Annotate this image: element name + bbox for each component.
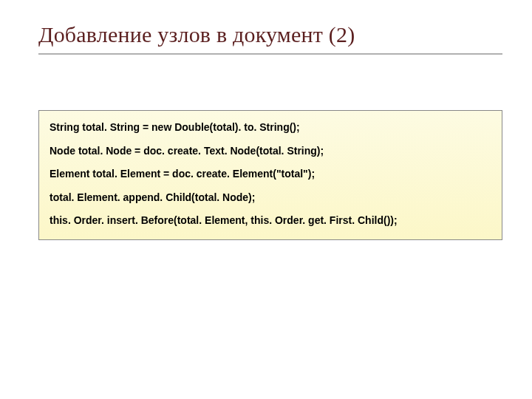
code-line: total. Element. append. Child(total. Nod… <box>50 191 491 205</box>
slide: Добавление узлов в документ (2) String t… <box>0 0 532 399</box>
code-line: Element total. Element = doc. create. El… <box>50 168 491 181</box>
title-underline <box>38 53 502 55</box>
code-box: String total. String = new Double(total)… <box>38 110 502 240</box>
title-wrap: Добавление узлов в документ (2) <box>38 22 502 55</box>
slide-title: Добавление узлов в документ (2) <box>38 22 502 47</box>
code-line: String total. String = new Double(total)… <box>50 121 491 134</box>
code-line: this. Order. insert. Before(total. Eleme… <box>50 214 491 228</box>
code-line: Node total. Node = doc. create. Text. No… <box>50 145 491 158</box>
